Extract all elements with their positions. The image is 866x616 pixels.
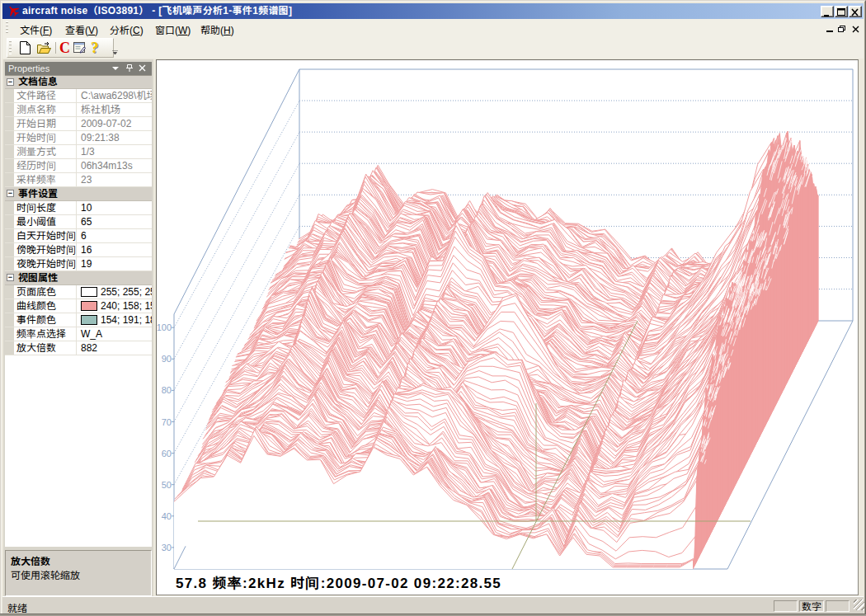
svg-text:80: 80: [162, 385, 172, 395]
svg-text:40: 40: [162, 511, 172, 521]
svg-text:50: 50: [162, 480, 172, 490]
svg-text:C: C: [59, 40, 70, 55]
svg-text:60: 60: [162, 449, 172, 458]
svg-text:30: 30: [162, 543, 172, 553]
svg-text:100: 100: [157, 322, 172, 332]
svg-text:?: ?: [91, 40, 99, 55]
svg-text:90: 90: [162, 354, 172, 364]
svg-text:70: 70: [162, 417, 172, 427]
